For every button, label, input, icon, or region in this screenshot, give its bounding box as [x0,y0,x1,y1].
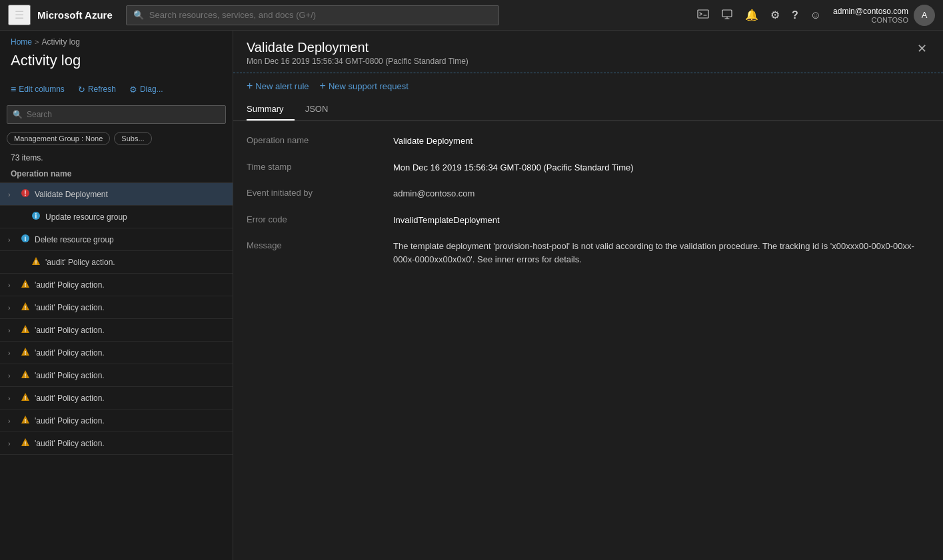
close-button[interactable]: ✕ [912,39,932,59]
chevron-icon: › [8,236,16,244]
status-icon: ! [20,324,31,336]
svg-text:!: ! [25,440,27,447]
refresh-button[interactable]: ↻ Refresh [73,82,121,97]
new-support-request-button[interactable]: + New support request [320,80,409,92]
refresh-icon: ↻ [78,85,85,95]
detail-row: Time stampMon Dec 16 2019 15:56:34 GMT-0… [247,161,930,174]
detail-field-label: Operation name [247,135,380,148]
svg-text:!: ! [25,395,27,402]
detail-field-value: The template deployment 'provision-host-… [393,240,930,266]
terminal-icon[interactable] [693,5,713,25]
topbar: ☰ Microsoft Azure 🔍 🔔 ⚙ ? ☺ admin@contos… [0,0,943,31]
list-item[interactable]: ›!Validate Deployment [0,183,233,206]
list-item[interactable]: ›!'audit' Policy action. [0,432,233,455]
breadcrumb-home[interactable]: Home [11,37,32,47]
detail-row: Event initiated byadmin@contoso.com [247,187,930,200]
svg-text:!: ! [25,350,27,356]
item-label: 'audit' Policy action. [35,326,227,335]
status-icon: ! [20,188,31,200]
sidebar: Home > Activity log Activity log ≡ Edit … [0,31,233,560]
page-title: Activity log [0,49,233,77]
chevron-icon: › [8,190,16,198]
svg-rect-0 [698,10,708,18]
global-search-bar[interactable]: 🔍 [126,5,499,25]
sidebar-search-input[interactable] [27,110,220,119]
svg-text:!: ! [25,372,27,379]
detail-title: Validate Deployment [247,40,916,55]
sidebar-search-bar[interactable]: 🔍 [7,105,226,124]
svg-text:!: ! [25,418,27,424]
search-icon: 🔍 [133,10,144,20]
item-label: 'audit' Policy action. [45,258,227,267]
svg-text:!: ! [25,327,27,334]
operation-name-column-header: Operation name [0,166,233,183]
chevron-icon: › [8,417,16,425]
cloudshell-icon[interactable] [717,5,737,25]
list-item[interactable]: ›!'audit' Policy action. [0,319,233,342]
notification-bell-icon[interactable]: 🔔 [741,6,762,24]
detail-field-label: Event initiated by [247,187,380,200]
edit-columns-button[interactable]: ≡ Edit columns [5,81,70,97]
item-label: 'audit' Policy action. [35,280,227,290]
breadcrumb-separator: > [35,38,39,46]
settings-gear-icon[interactable]: ⚙ [766,6,784,24]
status-icon: i [31,211,41,222]
plus-icon: + [247,80,253,92]
status-icon: ! [20,392,31,404]
list-item[interactable]: ›iDelete resource group [0,228,233,251]
feedback-icon[interactable]: ☺ [806,7,825,24]
item-label: Validate Deployment [35,190,227,199]
chevron-icon: › [8,281,16,289]
edit-columns-icon: ≡ [11,84,16,95]
item-label: Delete resource group [35,235,227,244]
list-item[interactable]: ›!'audit' Policy action. [0,410,233,432]
management-group-filter[interactable]: Management Group : None [7,132,110,145]
list-item[interactable]: ›!'audit' Policy action. [0,364,233,387]
new-alert-rule-button[interactable]: + New alert rule [247,80,309,92]
detail-field-label: Message [247,240,380,266]
breadcrumb-current: Activity log [41,37,79,47]
list-item[interactable]: !'audit' Policy action. [0,251,233,274]
svg-text:!: ! [35,259,37,266]
user-avatar: A [914,5,935,26]
detail-row: Error codeInvalidTemplateDeployment [247,214,930,227]
activity-list: ›!Validate DeploymentiUpdate resource gr… [0,183,233,560]
status-icon: ! [20,370,31,381]
item-label: 'audit' Policy action. [35,371,227,380]
global-search-input[interactable] [149,10,492,20]
svg-text:!: ! [24,190,26,197]
list-item[interactable]: ›!'audit' Policy action. [0,342,233,364]
diagnose-icon: ⚙ [129,85,137,95]
detail-field-value: admin@contoso.com [393,187,930,200]
chevron-icon: › [8,372,16,380]
list-item[interactable]: ›!'audit' Policy action. [0,387,233,410]
filter-chips: Management Group : None Subs... [0,128,233,149]
chevron-icon: › [8,326,16,334]
svg-text:!: ! [25,282,27,288]
diagnose-button[interactable]: ⚙ Diag... [124,82,169,97]
user-org: CONTOSO [833,16,908,24]
status-icon: ! [20,347,31,358]
detail-field-value: Validate Deployment [393,135,930,148]
hamburger-menu-icon[interactable]: ☰ [8,5,31,25]
item-label: 'audit' Policy action. [35,303,227,312]
detail-content: Operation nameValidate DeploymentTime st… [233,121,943,560]
chevron-icon: › [8,304,16,312]
svg-text:i: i [25,235,27,242]
detail-field-label: Error code [247,214,380,227]
subscription-filter[interactable]: Subs... [114,132,151,145]
main-layout: Home > Activity log Activity log ≡ Edit … [0,31,943,560]
user-menu[interactable]: admin@contoso.com CONTOSO A [833,5,935,26]
list-item[interactable]: ›!'audit' Policy action. [0,296,233,319]
status-icon: ! [20,302,31,313]
list-item[interactable]: iUpdate resource group [0,206,233,228]
item-label: 'audit' Policy action. [35,394,227,403]
user-email: admin@contoso.com [833,7,908,16]
list-item[interactable]: ›!'audit' Policy action. [0,274,233,296]
status-icon: ! [20,279,31,290]
status-icon: ! [20,437,31,449]
status-icon: ! [31,256,41,268]
help-icon[interactable]: ? [788,7,802,24]
tab-json[interactable]: JSON [305,99,339,121]
tab-summary[interactable]: Summary [247,99,295,121]
